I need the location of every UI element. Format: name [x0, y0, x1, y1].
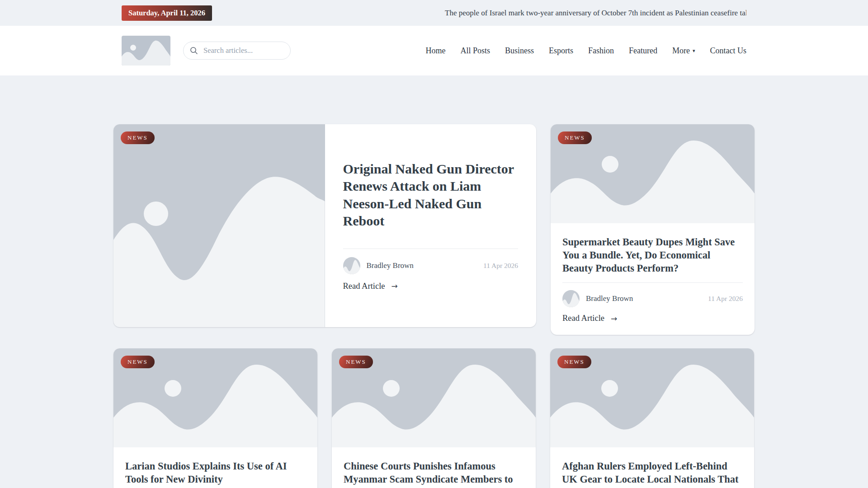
- nav-all-posts[interactable]: All Posts: [460, 46, 490, 56]
- category-badge[interactable]: NEWS: [121, 131, 155, 144]
- article-title[interactable]: Original Naked Gun Director Renews Attac…: [343, 160, 519, 229]
- top-bar-inner: Saturday, April 11, 2026 The people of I…: [122, 0, 746, 26]
- article-image: NEWS: [113, 348, 317, 447]
- nav-business[interactable]: Business: [505, 46, 534, 56]
- category-badge[interactable]: NEWS: [339, 356, 373, 368]
- avatar: [562, 290, 580, 307]
- ticker-text: The people of Israel mark two-year anniv…: [445, 9, 746, 18]
- avatar-placeholder-icon: [562, 290, 580, 307]
- read-article-link[interactable]: Read Article →: [562, 314, 743, 323]
- article-card[interactable]: NEWS Larian Studios Explains Its Use of …: [113, 348, 317, 488]
- article-title[interactable]: Chinese Courts Punishes Infamous Myanmar…: [344, 460, 524, 488]
- site-logo[interactable]: [122, 36, 170, 66]
- author-name[interactable]: Bradley Brown: [367, 261, 414, 270]
- article-content: Supermarket Beauty Dupes Might Save You …: [551, 223, 755, 335]
- read-article-label: Read Article: [562, 314, 604, 323]
- search-box[interactable]: [183, 42, 291, 60]
- article-content: Chinese Courts Punishes Infamous Myanmar…: [332, 447, 536, 488]
- author-name[interactable]: Bradley Brown: [586, 294, 633, 303]
- article-content: Original Naked Gun Director Renews Attac…: [325, 124, 537, 327]
- article-title[interactable]: Supermarket Beauty Dupes Might Save You …: [562, 235, 743, 275]
- article-image: NEWS: [113, 124, 325, 327]
- arrow-right-icon: →: [391, 282, 397, 291]
- divider: [562, 282, 743, 283]
- search-input[interactable]: [203, 46, 284, 56]
- news-ticker: The people of Israel mark two-year anniv…: [212, 9, 746, 18]
- article-date: 11 Apr 2026: [708, 295, 743, 303]
- article-meta: Bradley Brown 11 Apr 2026: [562, 290, 743, 307]
- article-title[interactable]: Afghan Rulers Employed Left-Behind UK Ge…: [562, 460, 742, 488]
- sun-dot-icon: [383, 380, 400, 397]
- main-content: NEWS Original Naked Gun Director Renews …: [113, 75, 755, 488]
- article-image: NEWS: [551, 124, 755, 223]
- article-content: Afghan Rulers Employed Left-Behind UK Ge…: [550, 447, 754, 488]
- sun-dot-icon: [601, 380, 618, 397]
- top-bar: Saturday, April 11, 2026 The people of I…: [0, 0, 868, 26]
- read-article-label: Read Article: [343, 282, 385, 291]
- nav-more[interactable]: More ▾: [672, 46, 695, 56]
- nav-esports[interactable]: Esports: [549, 46, 573, 56]
- divider: [343, 249, 519, 249]
- article-content: Larian Studios Explains Its Use of AI To…: [113, 447, 317, 488]
- category-badge[interactable]: NEWS: [557, 356, 591, 368]
- nav-fashion[interactable]: Fashion: [588, 46, 614, 56]
- article-card[interactable]: NEWS Chinese Courts Punishes Infamous My…: [332, 348, 536, 488]
- nav-home[interactable]: Home: [425, 46, 445, 56]
- article-image: NEWS: [332, 348, 536, 447]
- article-card[interactable]: NEWS Supermarket Beauty Dupes Might Save…: [551, 124, 755, 335]
- arrow-right-icon: →: [611, 314, 617, 323]
- nav-contact-us[interactable]: Contact Us: [710, 46, 747, 56]
- chevron-down-icon: ▾: [693, 48, 695, 54]
- category-badge[interactable]: NEWS: [558, 131, 592, 144]
- main-nav: Home All Posts Business Esports Fashion …: [425, 46, 746, 56]
- nav-featured[interactable]: Featured: [629, 46, 657, 56]
- article-image: NEWS: [550, 348, 754, 447]
- article-meta: Bradley Brown 11 Apr 2026: [343, 257, 519, 274]
- sun-dot-icon: [144, 202, 168, 226]
- avatar-placeholder-icon: [343, 257, 360, 274]
- featured-row: NEWS Original Naked Gun Director Renews …: [113, 124, 755, 335]
- search-icon: [190, 47, 198, 55]
- sun-dot-icon: [602, 156, 618, 173]
- read-article-link[interactable]: Read Article →: [343, 282, 519, 291]
- featured-article-card[interactable]: NEWS Original Naked Gun Director Renews …: [113, 124, 536, 327]
- articles-row: NEWS Larian Studios Explains Its Use of …: [113, 348, 755, 488]
- article-card[interactable]: NEWS Afghan Rulers Employed Left-Behind …: [550, 348, 754, 488]
- site-header: Home All Posts Business Esports Fashion …: [0, 26, 868, 75]
- category-badge[interactable]: NEWS: [121, 356, 155, 368]
- nav-more-label: More: [672, 46, 690, 56]
- article-title[interactable]: Larian Studios Explains Its Use of AI To…: [125, 460, 306, 486]
- date-badge: Saturday, April 11, 2026: [122, 5, 212, 21]
- image-placeholder-mountains-icon: [113, 124, 325, 327]
- sun-dot-icon: [165, 380, 181, 397]
- avatar: [343, 257, 360, 274]
- logo-placeholder-icon: [122, 36, 170, 66]
- article-date: 11 Apr 2026: [483, 262, 518, 270]
